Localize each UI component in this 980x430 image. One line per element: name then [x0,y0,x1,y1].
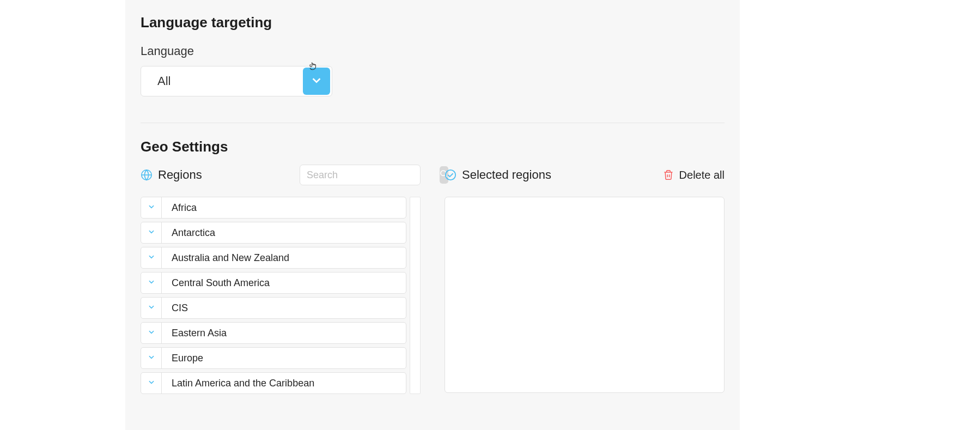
region-item[interactable]: CIS [141,297,406,319]
delete-all-label: Delete all [679,169,725,181]
geo-settings-title: Geo Settings [125,123,740,155]
selected-regions-label: Selected regions [462,168,551,182]
language-dropdown-toggle[interactable] [303,68,330,95]
region-item[interactable]: Antarctica [141,222,406,244]
selected-regions-column: Selected regions Delete all [445,164,725,394]
language-field-label: Language [125,31,740,58]
region-search[interactable] [300,165,421,185]
region-label: Eastern Asia [162,323,406,343]
region-item[interactable]: Africa [141,197,406,219]
language-dropdown-value: All [141,74,303,88]
region-label: Central South America [162,272,406,293]
settings-panel: Language targeting Language All Geo Sett… [125,0,740,430]
delete-all-button[interactable]: Delete all [663,169,725,181]
region-list: AfricaAntarcticaAustralia and New Zealan… [141,197,406,394]
globe-icon [141,169,153,181]
region-label: CIS [162,298,406,318]
region-expand-toggle[interactable] [141,272,162,293]
region-expand-toggle[interactable] [141,323,162,343]
trash-icon [663,169,674,180]
region-expand-toggle[interactable] [141,348,162,368]
region-label: Australia and New Zealand [162,247,406,268]
svg-point-4 [446,170,455,180]
chevron-down-icon [148,228,155,238]
region-expand-toggle[interactable] [141,222,162,243]
regions-column: Regions AfricaAntarcticaAustralia and Ne… [141,164,421,394]
region-search-input[interactable] [300,169,440,181]
chevron-down-icon [148,253,155,263]
regions-label: Regions [158,168,202,182]
region-label: Europe [162,348,406,368]
region-label: Africa [162,197,406,218]
region-item[interactable]: Australia and New Zealand [141,247,406,269]
selected-regions-box [445,197,725,393]
chevron-down-icon [148,328,155,338]
language-targeting-title: Language targeting [125,0,740,31]
chevron-down-icon [148,303,155,313]
chevron-down-icon [148,378,155,388]
chevron-down-icon [148,353,155,363]
region-expand-toggle[interactable] [141,373,162,393]
language-dropdown[interactable]: All [141,66,332,96]
region-label: Latin America and the Caribbean [162,373,406,393]
check-circle-icon [445,169,456,181]
chevron-down-icon [148,203,155,213]
region-label: Antarctica [162,222,406,243]
region-expand-toggle[interactable] [141,298,162,318]
region-expand-toggle[interactable] [141,197,162,218]
region-list-scrollbar[interactable] [410,197,421,394]
region-item[interactable]: Eastern Asia [141,322,406,344]
region-expand-toggle[interactable] [141,247,162,268]
chevron-down-icon [311,74,322,88]
region-item[interactable]: Europe [141,347,406,369]
region-item[interactable]: Central South America [141,272,406,294]
region-item[interactable]: Latin America and the Caribbean [141,372,406,394]
chevron-down-icon [148,278,155,288]
